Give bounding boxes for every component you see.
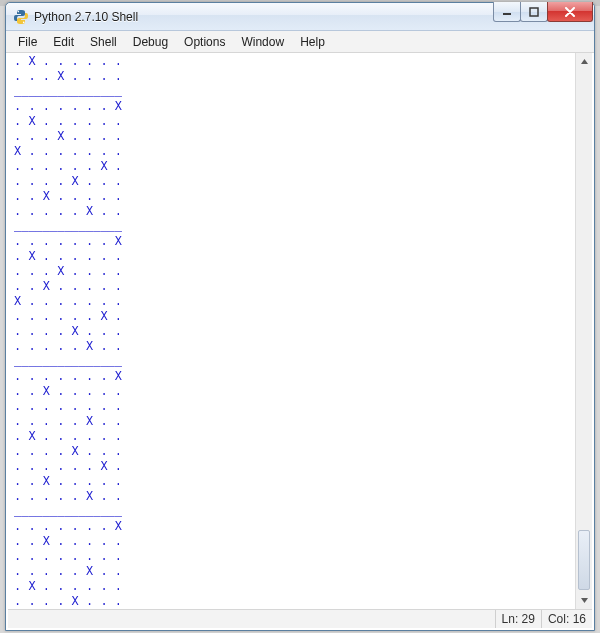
status-line-value: 29: [522, 612, 535, 626]
shell-output: . X . . . . . . . . . X . . . . ________…: [14, 55, 571, 609]
title-bar[interactable]: Python 2.7.10 Shell: [6, 3, 594, 31]
menu-debug[interactable]: Debug: [125, 33, 176, 51]
status-line-label: Ln:: [502, 612, 519, 626]
svg-point-1: [23, 21, 25, 23]
client-area: . X . . . . . . . . . X . . . . ________…: [6, 53, 594, 630]
scroll-up-button[interactable]: [576, 53, 592, 70]
app-window: Python 2.7.10 Shell File Edit Shell Debu…: [5, 2, 595, 631]
menu-shell[interactable]: Shell: [82, 33, 125, 51]
status-line: Ln: 29: [495, 610, 541, 628]
menu-help[interactable]: Help: [292, 33, 333, 51]
menu-file[interactable]: File: [10, 33, 45, 51]
window-buttons: [494, 3, 594, 30]
close-button[interactable]: [547, 2, 593, 22]
scroll-track[interactable]: [576, 70, 592, 592]
menu-bar: File Edit Shell Debug Options Window Hel…: [6, 31, 594, 53]
scroll-thumb[interactable]: [578, 530, 590, 590]
maximize-button[interactable]: [520, 2, 548, 22]
menu-options[interactable]: Options: [176, 33, 233, 51]
menu-edit[interactable]: Edit: [45, 33, 82, 51]
vertical-scrollbar[interactable]: [575, 53, 592, 609]
menu-window[interactable]: Window: [233, 33, 292, 51]
status-col: Col: 16: [541, 610, 592, 628]
status-bar: Ln: 29 Col: 16: [8, 609, 592, 628]
svg-rect-3: [530, 8, 538, 16]
python-icon: [13, 9, 29, 25]
minimize-button[interactable]: [493, 2, 521, 22]
window-title: Python 2.7.10 Shell: [34, 10, 138, 24]
svg-point-0: [18, 10, 20, 12]
scroll-down-button[interactable]: [576, 592, 592, 609]
status-col-label: Col:: [548, 612, 569, 626]
svg-rect-2: [503, 13, 511, 15]
shell-text-area[interactable]: . X . . . . . . . . . X . . . . ________…: [8, 53, 575, 609]
status-col-value: 16: [573, 612, 586, 626]
